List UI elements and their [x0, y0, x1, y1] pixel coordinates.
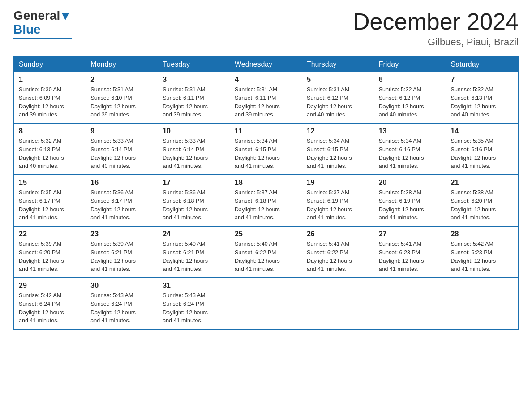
day-number: 18: [235, 179, 297, 187]
day-info: Sunrise: 5:39 AMSunset: 6:21 PMDaylight:…: [90, 240, 153, 274]
title-block: December 2024 Gilbues, Piaui, Brazil: [353, 9, 519, 48]
day-info: Sunrise: 5:42 AMSunset: 6:23 PMDaylight:…: [451, 240, 513, 274]
day-info: Sunrise: 5:31 AMSunset: 6:11 PMDaylight:…: [235, 86, 297, 119]
day-number: 2: [90, 76, 153, 84]
calendar-week-row: 15Sunrise: 5:35 AMSunset: 6:17 PMDayligh…: [14, 175, 518, 226]
logo-blue: Blue: [13, 22, 41, 36]
day-info: Sunrise: 5:31 AMSunset: 6:10 PMDaylight:…: [90, 86, 153, 119]
day-info: Sunrise: 5:34 AMSunset: 6:16 PMDaylight:…: [379, 137, 442, 171]
logo-triangle-icon: [60, 12, 70, 21]
calendar-cell: 8Sunrise: 5:32 AMSunset: 6:13 PMDaylight…: [14, 123, 86, 175]
day-number: 20: [379, 179, 442, 187]
day-info: Sunrise: 5:31 AMSunset: 6:12 PMDaylight:…: [307, 86, 369, 119]
calendar-cell: 18Sunrise: 5:37 AMSunset: 6:18 PMDayligh…: [230, 175, 302, 226]
month-title: December 2024: [353, 9, 519, 34]
day-number: 4: [235, 76, 297, 84]
day-info: Sunrise: 5:35 AMSunset: 6:17 PMDaylight:…: [19, 188, 81, 222]
day-number: 21: [451, 179, 513, 187]
day-number: 26: [307, 230, 369, 238]
day-info: Sunrise: 5:40 AMSunset: 6:21 PMDaylight:…: [163, 240, 225, 274]
calendar-cell: 25Sunrise: 5:40 AMSunset: 6:22 PMDayligh…: [230, 226, 302, 278]
day-info: Sunrise: 5:38 AMSunset: 6:19 PMDaylight:…: [379, 188, 442, 222]
calendar-cell: 24Sunrise: 5:40 AMSunset: 6:21 PMDayligh…: [158, 226, 230, 278]
day-info: Sunrise: 5:33 AMSunset: 6:14 PMDaylight:…: [163, 137, 225, 171]
day-info: Sunrise: 5:32 AMSunset: 6:13 PMDaylight:…: [451, 86, 513, 119]
day-number: 3: [163, 76, 225, 84]
logo-general: General: [13, 9, 60, 22]
calendar-cell: [374, 278, 446, 329]
day-info: Sunrise: 5:37 AMSunset: 6:19 PMDaylight:…: [307, 188, 369, 222]
calendar-cell: 30Sunrise: 5:43 AMSunset: 6:24 PMDayligh…: [86, 278, 158, 329]
calendar-cell: 6Sunrise: 5:32 AMSunset: 6:12 PMDaylight…: [374, 72, 446, 123]
day-number: 24: [163, 230, 225, 238]
logo-underline: [13, 38, 72, 39]
weekday-header-monday: Monday: [86, 56, 158, 72]
calendar-table: SundayMondayTuesdayWednesdayThursdayFrid…: [13, 56, 519, 330]
calendar-cell: 10Sunrise: 5:33 AMSunset: 6:14 PMDayligh…: [158, 123, 230, 175]
calendar-cell: [230, 278, 302, 329]
day-info: Sunrise: 5:36 AMSunset: 6:17 PMDaylight:…: [90, 188, 153, 222]
day-number: 31: [163, 282, 225, 290]
logo-text: General: [13, 9, 70, 23]
calendar-cell: 20Sunrise: 5:38 AMSunset: 6:19 PMDayligh…: [374, 175, 446, 226]
day-number: 23: [90, 230, 153, 238]
day-number: 13: [379, 127, 442, 135]
day-number: 27: [379, 230, 442, 238]
day-number: 1: [19, 76, 81, 84]
day-info: Sunrise: 5:40 AMSunset: 6:22 PMDaylight:…: [235, 240, 297, 274]
day-info: Sunrise: 5:39 AMSunset: 6:20 PMDaylight:…: [19, 240, 81, 274]
day-number: 16: [90, 179, 153, 187]
calendar-week-row: 29Sunrise: 5:42 AMSunset: 6:24 PMDayligh…: [14, 278, 518, 329]
day-info: Sunrise: 5:34 AMSunset: 6:15 PMDaylight:…: [307, 137, 369, 171]
weekday-header-sunday: Sunday: [14, 56, 86, 72]
day-info: Sunrise: 5:30 AMSunset: 6:09 PMDaylight:…: [19, 86, 81, 119]
calendar-cell: 12Sunrise: 5:34 AMSunset: 6:15 PMDayligh…: [302, 123, 374, 175]
calendar-week-row: 22Sunrise: 5:39 AMSunset: 6:20 PMDayligh…: [14, 226, 518, 278]
calendar-cell: 27Sunrise: 5:41 AMSunset: 6:23 PMDayligh…: [374, 226, 446, 278]
day-info: Sunrise: 5:35 AMSunset: 6:16 PMDaylight:…: [451, 137, 513, 171]
day-number: 15: [19, 179, 81, 187]
day-info: Sunrise: 5:43 AMSunset: 6:24 PMDaylight:…: [90, 291, 153, 325]
location-title: Gilbues, Piaui, Brazil: [353, 36, 519, 48]
weekday-header-wednesday: Wednesday: [230, 56, 302, 72]
day-number: 14: [451, 127, 513, 135]
calendar-cell: 3Sunrise: 5:31 AMSunset: 6:11 PMDaylight…: [158, 72, 230, 123]
day-number: 9: [90, 127, 153, 135]
day-number: 10: [163, 127, 225, 135]
day-number: 19: [307, 179, 369, 187]
calendar-cell: 28Sunrise: 5:42 AMSunset: 6:23 PMDayligh…: [446, 226, 518, 278]
calendar-header-row: SundayMondayTuesdayWednesdayThursdayFrid…: [14, 56, 518, 72]
day-number: 29: [19, 282, 81, 290]
calendar-cell: 21Sunrise: 5:38 AMSunset: 6:20 PMDayligh…: [446, 175, 518, 226]
day-number: 28: [451, 230, 513, 238]
day-info: Sunrise: 5:43 AMSunset: 6:24 PMDaylight:…: [163, 291, 225, 325]
calendar-cell: 2Sunrise: 5:31 AMSunset: 6:10 PMDaylight…: [86, 72, 158, 123]
calendar-cell: 22Sunrise: 5:39 AMSunset: 6:20 PMDayligh…: [14, 226, 86, 278]
calendar-cell: 17Sunrise: 5:36 AMSunset: 6:18 PMDayligh…: [158, 175, 230, 226]
page-header: General Blue December 2024 Gilbues, Piau…: [13, 9, 519, 48]
calendar-cell: 29Sunrise: 5:42 AMSunset: 6:24 PMDayligh…: [14, 278, 86, 329]
day-info: Sunrise: 5:33 AMSunset: 6:14 PMDaylight:…: [90, 137, 153, 171]
calendar-cell: 13Sunrise: 5:34 AMSunset: 6:16 PMDayligh…: [374, 123, 446, 175]
day-info: Sunrise: 5:42 AMSunset: 6:24 PMDaylight:…: [19, 291, 81, 325]
day-info: Sunrise: 5:36 AMSunset: 6:18 PMDaylight:…: [163, 188, 225, 222]
calendar-cell: 16Sunrise: 5:36 AMSunset: 6:17 PMDayligh…: [86, 175, 158, 226]
calendar-cell: 1Sunrise: 5:30 AMSunset: 6:09 PMDaylight…: [14, 72, 86, 123]
day-number: 30: [90, 282, 153, 290]
logo: General Blue: [13, 9, 72, 39]
day-number: 22: [19, 230, 81, 238]
calendar-week-row: 1Sunrise: 5:30 AMSunset: 6:09 PMDaylight…: [14, 72, 518, 123]
day-number: 6: [379, 76, 442, 84]
day-number: 7: [451, 76, 513, 84]
calendar-cell: 23Sunrise: 5:39 AMSunset: 6:21 PMDayligh…: [86, 226, 158, 278]
svg-marker-0: [62, 13, 69, 20]
logo-blue-text: Blue: [13, 23, 41, 37]
weekday-header-thursday: Thursday: [302, 56, 374, 72]
day-info: Sunrise: 5:31 AMSunset: 6:11 PMDaylight:…: [163, 86, 225, 119]
calendar-cell: 4Sunrise: 5:31 AMSunset: 6:11 PMDaylight…: [230, 72, 302, 123]
calendar-cell: 7Sunrise: 5:32 AMSunset: 6:13 PMDaylight…: [446, 72, 518, 123]
day-number: 25: [235, 230, 297, 238]
day-info: Sunrise: 5:32 AMSunset: 6:12 PMDaylight:…: [379, 86, 442, 119]
day-info: Sunrise: 5:37 AMSunset: 6:18 PMDaylight:…: [235, 188, 297, 222]
calendar-cell: 5Sunrise: 5:31 AMSunset: 6:12 PMDaylight…: [302, 72, 374, 123]
